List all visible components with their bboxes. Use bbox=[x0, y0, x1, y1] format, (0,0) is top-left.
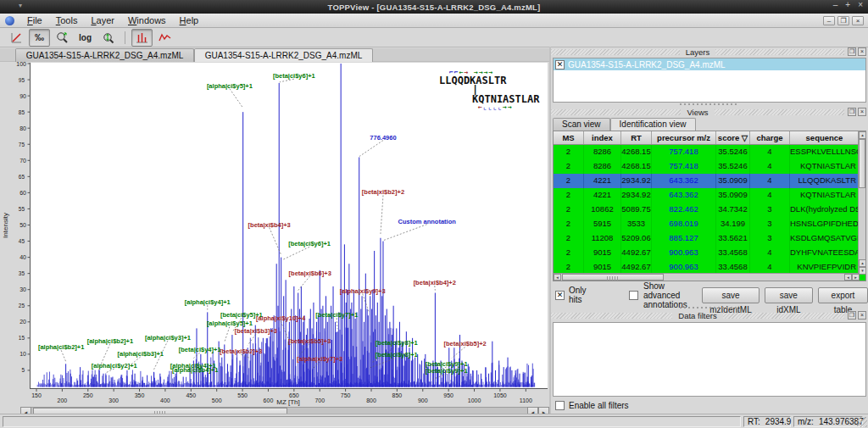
table-header-score[interactable]: score ▽ bbox=[716, 131, 750, 144]
tab-spectrum-1[interactable]: GUA1354-S15-A-LRRK2_DSG_A4.mzML bbox=[15, 48, 194, 62]
save-mzidentml-button[interactable]: save mzIdentML bbox=[702, 287, 759, 303]
table-scroll-down-button[interactable]: ▾ bbox=[859, 267, 866, 275]
peak-annotation-label: [beta|ci$y9]+1 bbox=[426, 367, 468, 375]
table-header-rt[interactable]: RT bbox=[621, 131, 652, 144]
table-row[interactable]: 282864268.15757.41835.52464ESSPKLVELLLNS… bbox=[554, 145, 865, 159]
toolbar-button-zoom-icon[interactable] bbox=[52, 29, 73, 47]
peak-annotation-label: [alpha|xi$y10]+4 bbox=[256, 314, 306, 322]
resize-grip[interactable] bbox=[857, 417, 867, 427]
table-row[interactable]: 242212934.92643.36235.09094LLQQDKASLTR bbox=[554, 174, 865, 188]
table-cell: 4 bbox=[750, 246, 790, 260]
data-filters-panel-title: Data filters bbox=[672, 311, 722, 320]
only-hits-label: Only hits bbox=[569, 286, 593, 304]
x-tick-label: 300 bbox=[108, 397, 119, 403]
y-tick-label: 70 bbox=[19, 158, 26, 164]
x-tick-label: 850 bbox=[392, 392, 403, 398]
toolbar-button-peak-mode-icon[interactable] bbox=[131, 29, 153, 47]
table-scroll-up-button-2[interactable]: ▴ bbox=[859, 259, 866, 267]
table-scroll-left-button-2[interactable]: ◂ bbox=[844, 274, 852, 281]
toolbar-button-intensity-percentage-icon[interactable]: ‰ bbox=[29, 29, 50, 47]
layers-float-icon[interactable]: ❐ bbox=[848, 47, 856, 56]
table-cell: 35.5246 bbox=[716, 145, 750, 159]
y-tick-label: 20 bbox=[19, 319, 26, 325]
table-cell: 4221 bbox=[584, 174, 621, 188]
data-filters-panel-header: Data filters ❐× bbox=[551, 310, 868, 320]
filters-close-icon[interactable]: × bbox=[858, 311, 866, 320]
table-scroll-right-button[interactable]: ▸ bbox=[852, 274, 860, 281]
tab-identification-view[interactable]: Identification view bbox=[610, 118, 696, 131]
peak-annotation-label: [beta|xi$b6]+3 bbox=[289, 270, 331, 277]
table-cell: 34.199 bbox=[716, 217, 750, 231]
pane-splitter[interactable] bbox=[549, 47, 551, 414]
enable-all-filters-checkbox[interactable] bbox=[555, 401, 565, 410]
table-scroll-left-button[interactable]: ◂ bbox=[554, 274, 561, 281]
toolbar-button-reset-axes-icon[interactable] bbox=[6, 29, 27, 47]
table-cell: 5209.06 bbox=[621, 231, 652, 246]
menu-tools[interactable]: Tools bbox=[49, 14, 85, 26]
minimize-button[interactable]: – bbox=[833, 0, 838, 9]
table-cell: ESSPKLVELLLNSGS bbox=[790, 145, 860, 159]
maximize-button[interactable]: + bbox=[845, 0, 850, 9]
export-table-button[interactable]: export table bbox=[818, 287, 868, 303]
toolbar-separator bbox=[125, 31, 125, 44]
table-h-scroll-thumb[interactable] bbox=[562, 274, 664, 281]
table-h-scrollbar[interactable]: ◂◂▸ bbox=[554, 273, 860, 281]
spectrum-canvas[interactable]: 1502002503003504004505005506006507007508… bbox=[0, 62, 551, 406]
table-row[interactable]: 2112085209.06885.12733.56213KSDLGMQSATVG… bbox=[554, 231, 865, 246]
views-float-icon[interactable]: ❐ bbox=[848, 108, 856, 116]
table-cell: 4221 bbox=[584, 188, 621, 203]
data-filters-list[interactable] bbox=[553, 322, 866, 397]
save-idxml-button[interactable]: save idXML bbox=[765, 287, 813, 303]
x-tick-label: 200 bbox=[58, 397, 68, 403]
table-v-scrollbar[interactable]: ▴▴▾ bbox=[858, 131, 865, 275]
menu-layer[interactable]: Layer bbox=[84, 14, 121, 26]
tab-spectrum-2[interactable]: GUA1354-S15-A-LRRK2_DSG_A4.mzML bbox=[194, 48, 373, 62]
table-scroll-up-button[interactable]: ▴ bbox=[859, 131, 866, 139]
table-cell: 885.127 bbox=[652, 231, 716, 246]
tab-scan-view[interactable]: Scan view bbox=[553, 118, 610, 131]
views-filters-splitter[interactable] bbox=[551, 306, 868, 309]
mdi-restore-button[interactable]: ❐ bbox=[837, 16, 849, 25]
title-bar[interactable]: ▾ TOPPView - [GUA1354-S15-A-LRRK2_DSG_A4… bbox=[0, 0, 868, 14]
table-cell: 4 bbox=[750, 145, 790, 159]
toolbar-button-log-intensity-icon[interactable]: log bbox=[75, 29, 96, 47]
layers-close-icon[interactable]: × bbox=[858, 47, 866, 56]
peak-annotation-label: [beta|xi$b3]+3 bbox=[235, 327, 277, 335]
table-row[interactable]: 259153533698.01934.1993HSNSLGPIFDHEDLLK(… bbox=[554, 217, 865, 231]
table-header-precursor-m-z[interactable]: precursor m/z bbox=[652, 131, 716, 144]
table-header-ms[interactable]: MS bbox=[554, 131, 584, 144]
toolbar-button-profile-mode-icon[interactable] bbox=[154, 29, 175, 47]
table-h-scroll-track[interactable] bbox=[561, 274, 844, 281]
peak-annotation-label: [beta|ci$y4]+1 bbox=[179, 346, 221, 353]
table-cell: LLQQDKASLTR bbox=[790, 174, 860, 188]
close-button[interactable]: × bbox=[858, 0, 863, 9]
table-header-index[interactable]: index bbox=[584, 131, 621, 144]
toolbar-button-goto-position-icon[interactable] bbox=[97, 29, 119, 47]
menu-help[interactable]: Help bbox=[173, 14, 206, 26]
show-advanced-checkbox[interactable] bbox=[629, 291, 638, 300]
menu-file[interactable]: File bbox=[20, 14, 49, 26]
table-header-sequence[interactable]: sequence bbox=[790, 131, 860, 144]
table-row[interactable]: 290154492.67900.96333.45684DYHFVNATEESDA… bbox=[554, 246, 865, 260]
x-tick-label: 600 bbox=[264, 397, 274, 403]
layers-views-splitter[interactable] bbox=[551, 103, 868, 106]
table-cell: 11208 bbox=[584, 231, 621, 246]
layer-item[interactable]: ✕GUA1354-S15-A-LRRK2_DSG_A4.mzML bbox=[554, 58, 865, 70]
table-v-scroll-thumb[interactable] bbox=[859, 139, 865, 188]
table-row[interactable]: 242212934.92643.36235.09094KQTNIASTLAR bbox=[554, 188, 865, 203]
table-cell: 2 bbox=[554, 145, 584, 159]
mdi-close-button[interactable]: × bbox=[852, 16, 864, 25]
views-close-icon[interactable]: × bbox=[858, 108, 866, 116]
menu-windows[interactable]: Windows bbox=[121, 14, 173, 26]
x-tick-label: 450 bbox=[186, 392, 196, 398]
table-row[interactable]: 282864268.15757.41835.52464KQTNIASTLAR bbox=[554, 159, 865, 174]
only-hits-checkbox[interactable]: ✕ bbox=[555, 291, 565, 300]
mdi-minimize-button[interactable]: – bbox=[823, 16, 835, 25]
window-menu-icon[interactable]: ▾ bbox=[19, 2, 22, 9]
layer-checkbox[interactable]: ✕ bbox=[555, 60, 565, 69]
table-header-charge[interactable]: charge bbox=[750, 131, 790, 144]
filters-float-icon[interactable]: ❐ bbox=[848, 311, 856, 320]
table-row[interactable]: 2108625089.75822.46234.73423DLK(hydrolyz… bbox=[554, 203, 865, 217]
peak-annotation-label: [alpha|xi$y7]+3 bbox=[297, 355, 342, 363]
y-axis-title: Intensity bbox=[2, 213, 9, 238]
